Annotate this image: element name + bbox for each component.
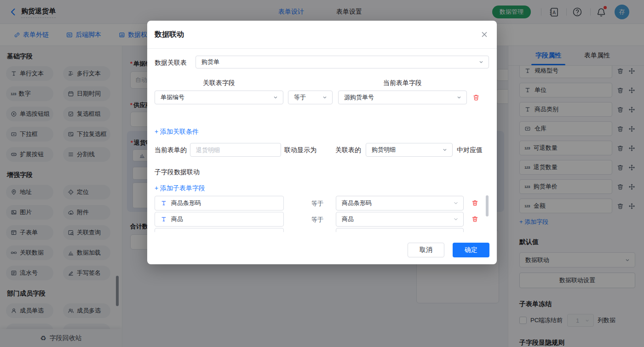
condition-op-select[interactable]: 等于 <box>288 91 333 104</box>
delete-subfield-icon[interactable] <box>472 216 478 222</box>
chevron-down-icon <box>273 95 278 100</box>
display-as-label: 联动显示为 <box>284 146 316 154</box>
close-icon[interactable] <box>480 30 489 39</box>
subfield-field-label: 商品条形码 <box>171 199 201 207</box>
related-table-label: 关联表的 <box>335 146 361 154</box>
subfield-value-text: 商品 <box>342 215 354 223</box>
add-condition-link[interactable]: + 添加关联条件 <box>155 128 199 136</box>
subfield-field-label: 商品 <box>171 215 183 223</box>
modal-scrollbar[interactable] <box>486 195 489 216</box>
chevron-down-icon <box>453 216 459 222</box>
chevron-down-icon <box>453 200 459 206</box>
subfield-value-select[interactable]: 商品 <box>336 212 464 227</box>
subfield-linkage-title: 子字段数据联动 <box>155 168 200 176</box>
add-subfield-link[interactable]: + 添加子表单字段 <box>155 184 205 193</box>
condition-field-value: 单据编号 <box>161 93 184 102</box>
modal-title: 数据联动 <box>155 21 184 48</box>
related-suffix-label: 中对应值 <box>457 146 483 154</box>
column-header-left: 关联表字段 <box>155 79 283 87</box>
subfield-value-select[interactable]: 商品条形码 <box>336 196 464 210</box>
condition-target-select[interactable]: 源购货单号 <box>338 91 467 104</box>
relation-table-value: 购货单 <box>201 58 219 66</box>
current-form-label: 当前表单的 <box>155 146 187 154</box>
relation-table-select[interactable]: 购货单 <box>196 56 489 68</box>
subfield-op-label: 等于 <box>311 216 323 224</box>
confirm-button[interactable]: 确定 <box>453 243 489 257</box>
app-root: 购货退货单 表单设计表单设置 数据管理 A 存 表单外链后端脚本数据权限 预览 … <box>0 0 644 347</box>
chevron-down-icon <box>456 95 462 100</box>
column-header-right: 当前表单字段 <box>338 79 467 87</box>
subfield-field-box[interactable] <box>155 228 284 232</box>
chevron-down-icon <box>478 59 484 65</box>
text-icon <box>161 216 167 222</box>
related-table-value: 购货明细 <box>372 146 396 154</box>
subfield-rows: 商品条形码等于商品条形码商品等于商品 <box>155 196 482 232</box>
subfield-value-text: 商品条形码 <box>342 199 372 207</box>
delete-subfield-icon[interactable] <box>472 199 478 206</box>
subfield-value-select[interactable] <box>336 228 464 232</box>
related-table-select[interactable]: 购货明细 <box>366 143 453 157</box>
relation-table-label: 数据关联表 <box>155 59 187 67</box>
text-icon <box>161 200 167 206</box>
subfield-row: 商品等于商品 <box>155 212 482 227</box>
current-form-input[interactable] <box>190 143 281 157</box>
data-linkage-modal: 数据联动 数据关联表 购货单 关联表字段 当前表单字段 单据编号 等于 源购货单… <box>147 21 497 264</box>
cancel-button[interactable]: 取消 <box>408 243 444 257</box>
condition-target-value: 源购货单号 <box>344 93 374 102</box>
subfield-row: 商品条形码等于商品条形码 <box>155 196 482 210</box>
chevron-down-icon <box>322 95 328 100</box>
chevron-down-icon <box>442 147 448 153</box>
subfield-field-box[interactable]: 商品 <box>155 212 284 227</box>
subfield-row <box>155 228 482 232</box>
condition-field-select[interactable]: 单据编号 <box>155 91 283 104</box>
subfield-field-box[interactable]: 商品条形码 <box>155 196 284 210</box>
modal-divider <box>147 48 497 49</box>
subfield-op-label: 等于 <box>311 199 323 208</box>
delete-condition-icon[interactable] <box>472 94 480 101</box>
condition-op-value: 等于 <box>294 93 306 102</box>
